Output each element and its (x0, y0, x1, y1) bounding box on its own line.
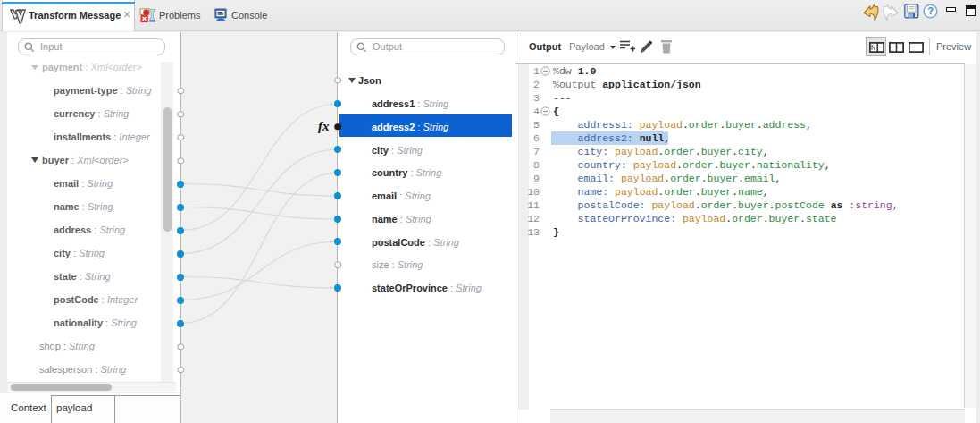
svg-text:?: ? (927, 5, 934, 16)
